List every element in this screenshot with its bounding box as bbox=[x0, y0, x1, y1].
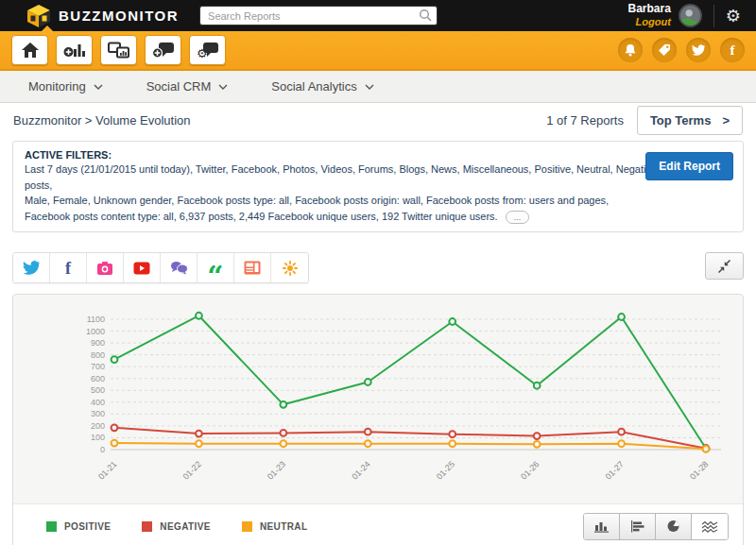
breadcrumb: Buzzmonitor > Volume Evolution bbox=[13, 113, 191, 128]
brand-name: BUZZMONITOR bbox=[59, 8, 179, 24]
data-point-neutral[interactable] bbox=[534, 441, 541, 448]
channel-miscellaneous-button[interactable] bbox=[271, 253, 308, 282]
y-tick-label: 200 bbox=[91, 421, 105, 431]
new-report-button[interactable] bbox=[56, 35, 93, 65]
legend-item-negative: NEGATIVE bbox=[142, 521, 211, 532]
search-icon[interactable] bbox=[419, 9, 433, 23]
chart-panel-footer: POSITIVE NEGATIVE NEUTRAL bbox=[13, 503, 743, 545]
data-point-positive[interactable] bbox=[280, 401, 286, 408]
next-report-label: Top Terms bbox=[650, 113, 712, 128]
data-point-positive[interactable] bbox=[196, 313, 202, 319]
data-point-neutral[interactable] bbox=[703, 446, 710, 452]
home-icon bbox=[21, 42, 40, 59]
data-point-negative[interactable] bbox=[280, 430, 286, 436]
x-tick-label: 01-25 bbox=[435, 459, 456, 481]
area-chart-button[interactable] bbox=[692, 514, 728, 539]
svg-text:⚙: ⚙ bbox=[197, 46, 208, 59]
filters-line-2: Male, Female, Unknown gender, Facebook p… bbox=[25, 193, 731, 209]
data-point-negative[interactable] bbox=[534, 433, 541, 439]
tag-button[interactable] bbox=[652, 38, 677, 62]
positive-swatch bbox=[46, 521, 57, 532]
data-point-negative[interactable] bbox=[196, 431, 202, 437]
channel-forums-button[interactable] bbox=[161, 253, 198, 282]
series-line-neutral bbox=[114, 443, 706, 449]
data-point-neutral[interactable] bbox=[112, 440, 118, 447]
menu-social-analytics[interactable]: Social Analytics bbox=[271, 79, 373, 94]
data-point-neutral[interactable] bbox=[280, 440, 286, 447]
horizontal-bar-chart-button[interactable] bbox=[620, 514, 656, 539]
data-point-neutral[interactable] bbox=[365, 440, 371, 447]
volume-evolution-chart-panel: 01002003004005006007008009001000110001-2… bbox=[12, 294, 744, 545]
active-filters-panel: ACTIVE FILTERS: Last 7 days (21/01/2015 … bbox=[12, 141, 744, 232]
data-point-positive[interactable] bbox=[618, 314, 625, 320]
channel-facebook-button[interactable]: f bbox=[50, 253, 87, 282]
twitter-button[interactable] bbox=[686, 38, 711, 62]
channel-twitter-button[interactable] bbox=[13, 253, 50, 282]
menu-social-crm[interactable]: Social CRM bbox=[146, 79, 229, 94]
chat-bubbles-icon bbox=[170, 261, 188, 275]
legend-item-positive: POSITIVE bbox=[46, 521, 111, 532]
logout-link[interactable]: Logout bbox=[628, 16, 671, 28]
conversation-settings-icon: ⚙ bbox=[197, 42, 219, 59]
data-point-negative[interactable] bbox=[112, 424, 118, 431]
tag-icon bbox=[658, 43, 671, 57]
new-conversation-button[interactable] bbox=[145, 35, 181, 65]
filters-line-3-text: Facebook posts content type: all, 6,937 … bbox=[25, 211, 498, 222]
y-tick-label: 600 bbox=[91, 374, 105, 383]
bar-chart-button[interactable] bbox=[584, 514, 620, 539]
channel-news-button[interactable] bbox=[234, 253, 271, 282]
chart-type-switcher bbox=[583, 513, 729, 540]
next-report-button[interactable]: Top Terms > bbox=[637, 106, 743, 135]
y-tick-label: 1100 bbox=[87, 315, 105, 324]
negative-swatch bbox=[142, 521, 152, 532]
filters-more-button[interactable]: ... bbox=[506, 211, 530, 224]
filters-line-1: Last 7 days (21/01/2015 until today), Tw… bbox=[25, 162, 731, 193]
filters-title: ACTIVE FILTERS: bbox=[25, 149, 731, 161]
toolbar-right-icons: f bbox=[618, 38, 745, 62]
facebook-button[interactable]: f bbox=[720, 38, 745, 62]
y-tick-label: 1000 bbox=[86, 327, 105, 336]
y-tick-label: 0 bbox=[100, 445, 105, 454]
settings-gear-icon[interactable]: ⚙ bbox=[726, 8, 741, 25]
y-tick-label: 700 bbox=[91, 362, 105, 371]
data-point-positive[interactable] bbox=[365, 379, 371, 385]
search-input[interactable] bbox=[199, 6, 438, 26]
data-point-neutral[interactable] bbox=[449, 440, 455, 447]
neutral-swatch bbox=[242, 521, 252, 532]
notifications-bell-button[interactable] bbox=[618, 38, 643, 62]
facebook-icon: f bbox=[65, 260, 71, 277]
data-point-positive[interactable] bbox=[534, 383, 541, 389]
channel-videos-button[interactable] bbox=[124, 253, 161, 282]
report-counter: 1 of 7 Reports bbox=[546, 113, 624, 128]
x-tick-label: 01-26 bbox=[519, 459, 541, 481]
main-toolbar: ⚙ f bbox=[0, 31, 756, 71]
user-area: Barbara Logout ⚙ bbox=[628, 3, 747, 27]
channel-photos-button[interactable] bbox=[87, 253, 124, 282]
youtube-icon bbox=[133, 262, 150, 275]
x-tick-label: 01-21 bbox=[96, 459, 118, 481]
legend-item-neutral: NEUTRAL bbox=[242, 521, 308, 532]
pie-chart-button[interactable] bbox=[656, 514, 692, 539]
legend-label-neutral: NEUTRAL bbox=[260, 521, 308, 532]
collapse-report-button[interactable] bbox=[705, 252, 744, 280]
data-point-positive[interactable] bbox=[112, 356, 118, 363]
home-button[interactable] bbox=[11, 35, 48, 65]
data-point-negative[interactable] bbox=[365, 429, 371, 435]
menu-monitoring[interactable]: Monitoring bbox=[28, 79, 103, 94]
y-tick-label: 500 bbox=[91, 385, 105, 395]
channel-quotes-button[interactable]: “ bbox=[198, 253, 234, 282]
chevron-down-icon bbox=[365, 84, 374, 90]
edit-report-button[interactable]: Edit Report bbox=[645, 152, 733, 180]
data-point-negative[interactable] bbox=[618, 429, 625, 435]
twitter-icon bbox=[23, 261, 40, 275]
user-names: Barbara Logout bbox=[628, 3, 671, 27]
data-point-neutral[interactable] bbox=[196, 440, 202, 447]
channel-row: f “ bbox=[12, 252, 744, 283]
dashboards-button[interactable] bbox=[100, 35, 137, 65]
data-point-negative[interactable] bbox=[449, 431, 455, 437]
avatar[interactable] bbox=[679, 4, 702, 27]
x-tick-label: 01-24 bbox=[350, 459, 371, 481]
data-point-neutral[interactable] bbox=[618, 440, 625, 447]
data-point-positive[interactable] bbox=[449, 318, 455, 325]
conversation-settings-button[interactable]: ⚙ bbox=[189, 35, 226, 65]
